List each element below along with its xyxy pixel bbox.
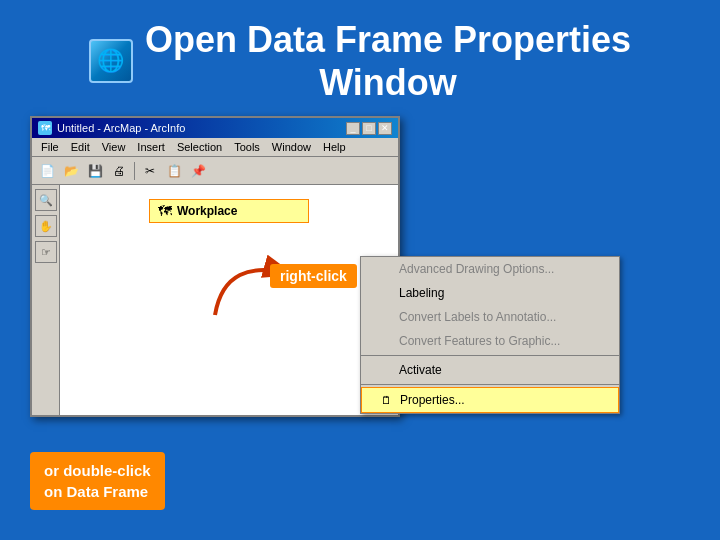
labeling-icon <box>377 285 393 301</box>
activate-icon <box>377 362 393 378</box>
data-frame-icon: 🗺 <box>158 203 172 219</box>
context-item-properties[interactable]: 🗒 Properties... <box>361 387 619 413</box>
window-title: Untitled - ArcMap - ArcInfo <box>57 122 341 134</box>
main-panel: 🗺 Workplace <box>60 185 398 415</box>
menu-view[interactable]: View <box>97 140 131 154</box>
properties-icon: 🗒 <box>378 392 394 408</box>
maximize-button[interactable]: □ <box>362 122 376 135</box>
content-area: 🗺 Untitled - ArcMap - ArcInfo _ □ ✕ File… <box>0 116 720 417</box>
convert-features-icon <box>377 333 393 349</box>
left-panel: 🔍 ✋ ☞ <box>32 185 60 415</box>
toolbar-print[interactable]: 🖨 <box>108 160 130 182</box>
context-item-convert-features-label: Convert Features to Graphic... <box>399 334 560 348</box>
context-item-labeling-label: Labeling <box>399 286 444 300</box>
menu-tools[interactable]: Tools <box>229 140 265 154</box>
panel-btn-1[interactable]: 🔍 <box>35 189 57 211</box>
menu-help[interactable]: Help <box>318 140 351 154</box>
window-icon: 🗺 <box>38 121 52 135</box>
menu-insert[interactable]: Insert <box>132 140 170 154</box>
arrow-svg <box>205 245 315 335</box>
context-item-convert-labels[interactable]: Convert Labels to Annotatio... <box>361 305 619 329</box>
toolbar-separator <box>134 162 135 180</box>
title-area: 🌐 Open Data Frame Properties Window <box>0 0 720 116</box>
menu-window[interactable]: Window <box>267 140 316 154</box>
advanced-icon <box>377 261 393 277</box>
toolbar-new[interactable]: 📄 <box>36 160 58 182</box>
menu-file[interactable]: File <box>36 140 64 154</box>
context-item-convert-features[interactable]: Convert Features to Graphic... <box>361 329 619 353</box>
data-frame-item[interactable]: 🗺 Workplace <box>149 199 309 223</box>
toolbar-paste[interactable]: 📌 <box>187 160 209 182</box>
panel-btn-3[interactable]: ☞ <box>35 241 57 263</box>
toolbar-cut[interactable]: ✂ <box>139 160 161 182</box>
bottom-double-click-label: or double-clickon Data Frame <box>30 452 165 510</box>
menu-selection[interactable]: Selection <box>172 140 227 154</box>
page-title: Open Data Frame Properties Window <box>145 18 631 104</box>
globe-icon: 🌐 <box>89 39 133 83</box>
titlebar-buttons: _ □ ✕ <box>346 122 392 135</box>
data-frame-label: Workplace <box>177 204 237 218</box>
title-text-line1: Open Data Frame Properties <box>145 18 631 61</box>
context-item-advanced-label: Advanced Drawing Options... <box>399 262 554 276</box>
window-body: 🔍 ✋ ☞ 🗺 Workplace <box>32 185 398 415</box>
panel-btn-2[interactable]: ✋ <box>35 215 57 237</box>
context-menu: Advanced Drawing Options... Labeling Con… <box>360 256 620 414</box>
context-item-properties-label: Properties... <box>400 393 465 407</box>
toolbar-save[interactable]: 💾 <box>84 160 106 182</box>
convert-labels-icon <box>377 309 393 325</box>
toolbar: 📄 📂 💾 🖨 ✂ 📋 📌 <box>32 157 398 185</box>
window-titlebar: 🗺 Untitled - ArcMap - ArcInfo _ □ ✕ <box>32 118 398 138</box>
context-menu-separator <box>361 355 619 356</box>
toolbar-copy[interactable]: 📋 <box>163 160 185 182</box>
context-item-labeling[interactable]: Labeling <box>361 281 619 305</box>
menu-bar: File Edit View Insert Selection Tools Wi… <box>32 138 398 157</box>
context-item-activate-label: Activate <box>399 363 442 377</box>
title-text-line2: Window <box>145 61 631 104</box>
close-button[interactable]: ✕ <box>378 122 392 135</box>
right-click-label: right-click <box>270 264 357 288</box>
arrow-container <box>205 245 315 339</box>
toolbar-open[interactable]: 📂 <box>60 160 82 182</box>
menu-edit[interactable]: Edit <box>66 140 95 154</box>
bottom-label-text: or double-clickon Data Frame <box>44 462 151 500</box>
context-item-activate[interactable]: Activate <box>361 358 619 382</box>
context-menu-separator-2 <box>361 384 619 385</box>
context-item-convert-labels-label: Convert Labels to Annotatio... <box>399 310 556 324</box>
context-item-advanced[interactable]: Advanced Drawing Options... <box>361 257 619 281</box>
title-line: 🌐 Open Data Frame Properties Window <box>20 18 700 104</box>
minimize-button[interactable]: _ <box>346 122 360 135</box>
